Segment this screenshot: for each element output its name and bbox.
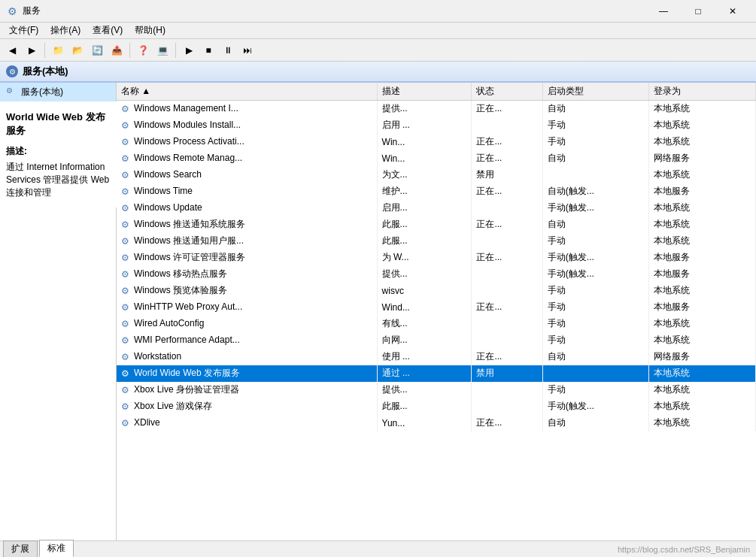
table-row[interactable]: ⚙Workstation使用 ...正在...自动网络服务 [117, 349, 756, 365]
service-icon: ⚙ [121, 120, 132, 131]
toolbar-pause[interactable]: ⏸ [219, 41, 237, 59]
tab-expand[interactable]: 扩展 [3, 540, 38, 557]
close-button[interactable]: ✕ [715, 0, 750, 23]
col-header-name[interactable]: 名称 ▲ [117, 83, 377, 101]
cell-status: 正在... [472, 134, 542, 150]
cell-desc: 启用... [377, 200, 472, 216]
service-icon: ⚙ [121, 286, 132, 296]
cell-desc: 启用 ... [377, 117, 472, 134]
table-row[interactable]: ⚙Windows 预览体验服务wisvc手动本地系统 [117, 283, 756, 299]
cell-status: 正在... [472, 183, 542, 200]
toolbar-stop[interactable]: ■ [199, 41, 217, 59]
cell-desc: 通过 ... [377, 365, 472, 382]
table-row[interactable]: ⚙World Wide Web 发布服务通过 ...禁用本地系统 [117, 365, 756, 382]
tab-standard[interactable]: 标准 [39, 540, 74, 557]
cell-status: 正在... [472, 415, 542, 431]
cell-login: 本地系统 [649, 398, 756, 415]
toolbar-back[interactable]: ◀ [3, 41, 21, 59]
table-row[interactable]: ⚙Xbox Live 身份验证管理器提供...手动本地系统 [117, 382, 756, 398]
service-icon: ⚙ [121, 302, 132, 313]
cell-name: ⚙Windows Update [117, 200, 377, 216]
desc-text: 通过 Internet Information Services 管理器提供 W… [6, 161, 111, 198]
table-row[interactable]: ⚙Windows 推送通知用户服...此服...手动本地系统 [117, 233, 756, 250]
cell-name: ⚙WinHTTP Web Proxy Aut... [117, 299, 377, 316]
cell-name: ⚙Windows 许可证管理器服务 [117, 250, 377, 266]
cell-startup: 自动 [542, 150, 649, 167]
table-row[interactable]: ⚙Windows Modules Install...启用 ...手动本地系统 [117, 117, 756, 134]
toolbar-up[interactable]: 📁 [49, 41, 67, 59]
table-row[interactable]: ⚙Windows Management I...提供...正在...自动本地系统 [117, 101, 756, 117]
table-row[interactable]: ⚙Windows Process Activati...Win...正在...手… [117, 134, 756, 150]
content-area: ⚙ 服务(本地) World Wide Web 发布服务 描述: 通过 Inte… [0, 83, 756, 540]
cell-status [472, 382, 542, 398]
cell-status [472, 233, 542, 250]
table-row[interactable]: ⚙Wired AutoConfig有线...手动本地系统 [117, 316, 756, 332]
col-header-desc[interactable]: 描述 [377, 83, 472, 101]
table-row[interactable]: ⚙Xbox Live 游戏保存此服...手动(触发...本地系统 [117, 398, 756, 415]
cell-login: 网络服务 [649, 349, 756, 365]
cell-login: 本地系统 [649, 200, 756, 216]
toolbar-export[interactable]: 📤 [108, 41, 126, 59]
toolbar: ◀ ▶ 📁 📂 🔄 📤 ❓ 💻 ▶ ■ ⏸ ⏭ [0, 39, 756, 62]
cell-desc: 此服... [377, 216, 472, 233]
toolbar-step[interactable]: ⏭ [238, 41, 257, 59]
sidebar-icon: ⚙ [6, 86, 18, 98]
cell-status: 正在... [472, 101, 542, 117]
col-header-startup[interactable]: 启动类型 [542, 83, 649, 101]
maximize-button[interactable]: □ [681, 0, 715, 23]
menu-action[interactable]: 操作(A) [44, 23, 87, 39]
table-row[interactable]: ⚙WMI Performance Adapt...向网...手动本地系统 [117, 332, 756, 349]
table-row[interactable]: ⚙Windows Update启用...手动(触发...本地系统 [117, 200, 756, 216]
toolbar-forward[interactable]: ▶ [23, 41, 41, 59]
col-header-status[interactable]: 状态 [472, 83, 542, 101]
service-icon: ⚙ [121, 170, 132, 180]
cell-name: ⚙Windows Management I... [117, 101, 377, 117]
table-row[interactable]: ⚙Windows 许可证管理器服务为 W...正在...手动(触发...本地服务 [117, 250, 756, 266]
cell-desc: wisvc [377, 283, 472, 299]
cell-status [472, 266, 542, 283]
cell-name: ⚙Windows Modules Install... [117, 117, 377, 134]
content-header-icon: ⚙ [6, 65, 18, 77]
table-row[interactable]: ⚙XDliveYun...正在...自动本地系统 [117, 415, 756, 431]
cell-desc: 此服... [377, 398, 472, 415]
table-row[interactable]: ⚙Windows 移动热点服务提供...手动(触发...本地服务 [117, 266, 756, 283]
cell-name: ⚙Windows Search [117, 167, 377, 183]
cell-login: 本地系统 [649, 117, 756, 134]
toolbar-play[interactable]: ▶ [180, 41, 198, 59]
cell-desc: 向网... [377, 332, 472, 349]
cell-desc: Win... [377, 150, 472, 167]
sidebar-item-label: 服务(本地) [21, 86, 63, 98]
toolbar-help[interactable]: ❓ [134, 41, 152, 59]
cell-startup [542, 167, 649, 183]
cell-startup: 自动 [542, 349, 649, 365]
table-row[interactable]: ⚙Windows Remote Manag...Win...正在...自动网络服… [117, 150, 756, 167]
table-row[interactable]: ⚙Windows 推送通知系统服务此服...正在...自动本地系统 [117, 216, 756, 233]
toolbar-folder[interactable]: 📂 [68, 41, 87, 59]
cell-login: 本地服务 [649, 183, 756, 200]
cell-startup [542, 365, 649, 382]
menu-file[interactable]: 文件(F) [3, 23, 44, 39]
desc-service-title: World Wide Web 发布服务 [6, 110, 111, 138]
table-row[interactable]: ⚙WinHTTP Web Proxy Aut...Wind...正在...手动本… [117, 299, 756, 316]
cell-desc: 此服... [377, 233, 472, 250]
app-icon: ⚙ [6, 5, 18, 17]
cell-status [472, 117, 542, 134]
cell-login: 本地系统 [649, 134, 756, 150]
cell-status: 正在... [472, 349, 542, 365]
table-row[interactable]: ⚙Windows Search为文...禁用本地系统 [117, 167, 756, 183]
cell-login: 本地服务 [649, 266, 756, 283]
window-controls: — □ ✕ [646, 0, 750, 23]
menu-help[interactable]: 帮助(H) [129, 23, 172, 39]
cell-status: 正在... [472, 150, 542, 167]
table-row[interactable]: ⚙Windows Time维护...正在...自动(触发...本地服务 [117, 183, 756, 200]
toolbar-refresh[interactable]: 🔄 [88, 41, 106, 59]
menu-view[interactable]: 查看(V) [87, 23, 129, 39]
toolbar-console[interactable]: 💻 [153, 41, 172, 59]
col-header-login[interactable]: 登录为 [649, 83, 756, 101]
service-icon: ⚙ [121, 104, 132, 114]
cell-status: 正在... [472, 299, 542, 316]
service-icon: ⚙ [121, 137, 132, 147]
minimize-button[interactable]: — [646, 0, 681, 23]
sidebar-item-local-services[interactable]: ⚙ 服务(本地) [0, 83, 116, 101]
services-container[interactable]: 名称 ▲ 描述 状态 启动类型 登录为 ⚙Windows Management … [117, 83, 756, 540]
